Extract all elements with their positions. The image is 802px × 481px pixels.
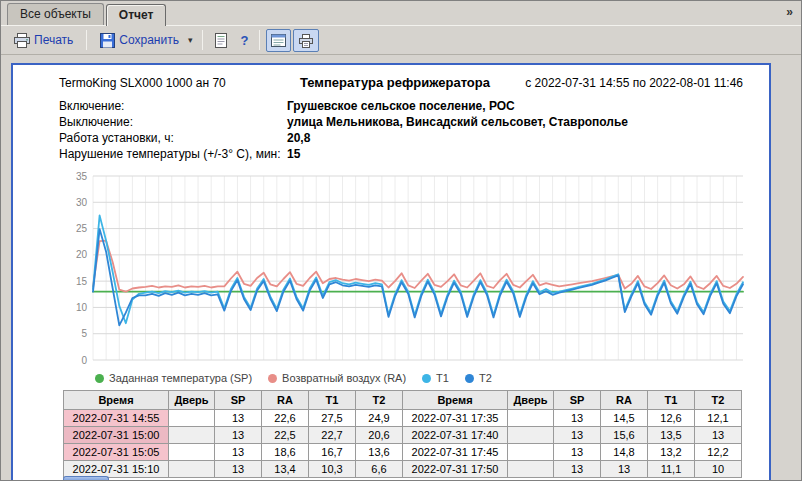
value-cell	[169, 444, 215, 461]
column-header: Время	[64, 391, 169, 410]
value-cell	[508, 427, 554, 444]
horizontal-scrollbar-thumb[interactable]	[63, 476, 109, 481]
report-table-body: 2022-07-31 14:551322,627,524,92022-07-31…	[64, 410, 742, 478]
tab-overflow-chevron-icon[interactable]: »	[786, 5, 793, 19]
info-label: Включение:	[59, 98, 287, 114]
report-view-toggle[interactable]	[266, 29, 291, 52]
legend-dot-t2	[465, 374, 474, 383]
time-cell: 2022-07-31 15:10	[64, 461, 169, 478]
device-name: TermoKing SLX000 1000 ан 70	[59, 76, 297, 90]
table-row: 2022-07-31 15:101313,410,36,62022-07-31 …	[64, 461, 742, 478]
print-button[interactable]: Печать	[7, 29, 80, 52]
time-cell: 2022-07-31 14:55	[64, 410, 169, 427]
info-label: Выключение:	[59, 114, 287, 130]
value-cell: 13	[554, 461, 601, 478]
svg-text:30: 30	[76, 197, 88, 208]
legend-item-ra: Возвратный воздух (RA)	[268, 372, 406, 384]
toolbar-separator	[86, 30, 87, 50]
value-cell: 12,6	[648, 410, 695, 427]
save-dropdown-button[interactable]: ▾	[184, 31, 197, 49]
legend-dot-ra	[268, 374, 277, 383]
info-value: 20,8	[287, 130, 310, 146]
report-info: Включение: Грушевское сельское поселение…	[59, 98, 743, 162]
chevron-down-icon: ▾	[188, 35, 193, 45]
report-period: с 2022-07-31 14:55 по 2022-08-01 11:46	[493, 76, 743, 90]
info-label: Работа установки, ч:	[59, 130, 287, 146]
export-button[interactable]	[209, 29, 233, 52]
value-cell: 22,7	[309, 427, 356, 444]
value-cell: 22,6	[262, 410, 309, 427]
table-row: 2022-07-31 15:001322,522,720,62022-07-31…	[64, 427, 742, 444]
tab-report[interactable]: Отчет	[106, 4, 167, 26]
app-window: Все объекты Отчет » Печать Сохранить ▾	[0, 0, 802, 481]
toolbar-separator	[202, 30, 203, 50]
svg-text:25: 25	[76, 223, 88, 234]
value-cell: 13	[554, 444, 601, 461]
legend-dot-t1	[422, 374, 431, 383]
value-cell: 22,5	[262, 427, 309, 444]
value-cell: 14,5	[601, 410, 648, 427]
tab-all-objects[interactable]: Все объекты	[7, 3, 104, 25]
value-cell: 14,8	[601, 444, 648, 461]
value-cell: 12,1	[695, 410, 742, 427]
info-value: Грушевское сельское поселение, РОС	[287, 98, 515, 114]
column-header: SP	[554, 391, 601, 410]
info-label: Нарушение температуры (+/-3° C), мин:	[59, 146, 287, 162]
svg-text:35: 35	[76, 171, 88, 182]
svg-text:0: 0	[81, 355, 87, 366]
svg-text:10: 10	[76, 302, 88, 313]
value-cell: 11,1	[648, 461, 695, 478]
value-cell: 13,5	[648, 427, 695, 444]
legend-label-t2: T2	[479, 372, 492, 384]
value-cell: 13	[215, 410, 262, 427]
value-cell: 13,6	[356, 444, 403, 461]
time-cell: 2022-07-31 17:45	[403, 444, 508, 461]
help-button[interactable]: ?	[235, 29, 253, 52]
column-header: T2	[356, 391, 403, 410]
column-header: RA	[262, 391, 309, 410]
column-header: T2	[695, 391, 742, 410]
table-row: 2022-07-31 14:551322,627,524,92022-07-31…	[64, 410, 742, 427]
time-cell: 2022-07-31 15:00	[64, 427, 169, 444]
value-cell: 27,5	[309, 410, 356, 427]
value-cell	[169, 427, 215, 444]
document-icon	[214, 33, 228, 48]
svg-text:5: 5	[81, 328, 87, 339]
content-area: TermoKing SLX000 1000 ан 70 Температура …	[1, 55, 801, 480]
column-header: RA	[601, 391, 648, 410]
value-cell: 13	[554, 427, 601, 444]
value-cell: 10	[695, 461, 742, 478]
column-header: T1	[648, 391, 695, 410]
column-header: SP	[215, 391, 262, 410]
value-cell: 20,6	[356, 427, 403, 444]
column-header: Дверь	[508, 391, 554, 410]
value-cell: 13,4	[262, 461, 309, 478]
value-cell: 13,2	[648, 444, 695, 461]
legend-dot-sp	[95, 374, 104, 383]
save-icon	[100, 33, 115, 48]
value-cell: 13	[554, 410, 601, 427]
value-cell	[169, 410, 215, 427]
value-cell: 13	[601, 461, 648, 478]
value-cell: 18,6	[262, 444, 309, 461]
legend-label-t1: T1	[436, 372, 449, 384]
svg-text:15: 15	[76, 276, 88, 287]
legend-label-sp: Заданная температура (SP)	[109, 372, 252, 384]
value-cell: 16,7	[309, 444, 356, 461]
time-cell: 2022-07-31 17:40	[403, 427, 508, 444]
value-cell	[169, 461, 215, 478]
value-cell: 13	[695, 427, 742, 444]
report-panel: TermoKing SLX000 1000 ан 70 Температура …	[11, 63, 771, 481]
value-cell: 6,6	[356, 461, 403, 478]
column-header: Дверь	[169, 391, 215, 410]
report-title: Температура рефрижератора	[297, 75, 493, 90]
print-preview-toggle[interactable]	[293, 29, 319, 52]
value-cell: 13	[215, 461, 262, 478]
temperature-chart: 05101520253035	[59, 168, 749, 370]
value-cell	[508, 461, 554, 478]
svg-text:20: 20	[76, 249, 88, 260]
save-button[interactable]: Сохранить	[93, 29, 186, 52]
help-icon: ?	[240, 33, 248, 48]
report-view-icon	[271, 33, 286, 48]
time-cell: 2022-07-31 17:50	[403, 461, 508, 478]
